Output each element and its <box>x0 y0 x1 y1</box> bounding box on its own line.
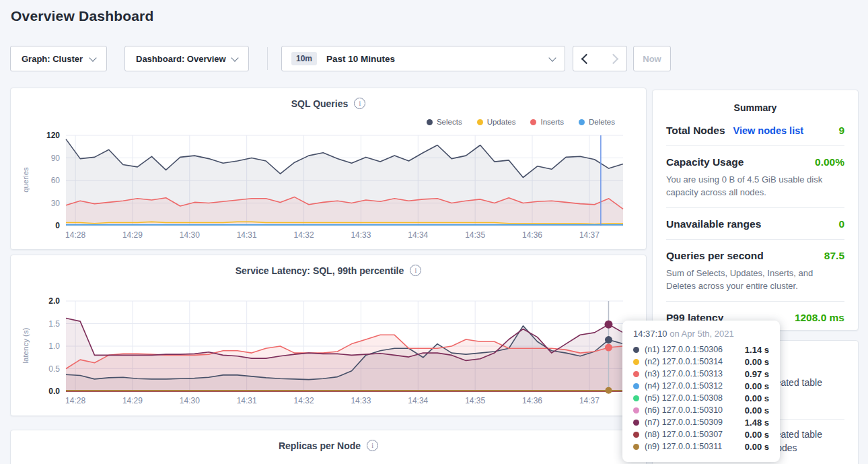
svg-text:14:36: 14:36 <box>522 396 542 405</box>
tooltip-node-label: (n7) 127.0.0.1:50309 <box>645 418 723 427</box>
view-nodes-list-link[interactable]: View nodes list <box>733 125 804 136</box>
tooltip-node-label: (n4) 127.0.0.1:50312 <box>645 381 723 391</box>
replicas-per-node-title: Replicas per Node i <box>11 440 646 451</box>
dashboard-dropdown[interactable]: Dashboard: Overview <box>124 46 249 71</box>
series-dot-icon <box>633 407 639 413</box>
tooltip-node-label: (n9) 127.0.0.1:50311 <box>645 442 722 451</box>
sql-queries-card: SQL Queries i SelectsUpdatesInsertsDelet… <box>10 88 647 250</box>
series-dot-icon <box>633 359 639 365</box>
tooltip-node-label: (n5) 127.0.0.1:50308 <box>645 393 723 403</box>
summary-stat-label: Total Nodes <box>666 125 725 137</box>
svg-text:14:32: 14:32 <box>294 396 314 405</box>
svg-text:0: 0 <box>55 221 60 230</box>
svg-text:14:35: 14:35 <box>465 396 485 405</box>
legend-item-updates[interactable]: Updates <box>477 118 516 126</box>
legend-item-selects[interactable]: Selects <box>427 118 462 126</box>
summary-stat-value: 9 <box>838 125 844 137</box>
svg-text:14:34: 14:34 <box>408 230 428 240</box>
svg-text:14:34: 14:34 <box>408 396 428 405</box>
info-icon[interactable]: i <box>354 98 365 109</box>
summary-stat-value: 1208.0 ms <box>795 312 844 324</box>
svg-text:60: 60 <box>51 176 61 185</box>
overview-dashboard-page: Overview Dashboard Graph: Cluster Dashbo… <box>0 0 868 464</box>
svg-text:14:32: 14:32 <box>294 230 314 240</box>
time-range-label: Past 10 Minutes <box>326 54 395 64</box>
time-range-badge: 10m <box>291 52 317 65</box>
tooltip-node-value: 1.14 s <box>745 345 769 355</box>
graph-dropdown-label: Graph: Cluster <box>22 54 83 64</box>
svg-text:14:37: 14:37 <box>579 396 600 405</box>
summary-stat: Capacity Usage0.00%You are using 0 B of … <box>666 146 844 208</box>
legend-dot-icon <box>477 119 483 125</box>
tooltip-row: (n7) 127.0.0.1:503091.48 s <box>633 416 769 428</box>
tooltip-node-value: 0.00 s <box>745 393 769 403</box>
toolbar-divider <box>267 47 268 70</box>
legend-label: Inserts <box>540 118 564 126</box>
chevron-left-icon <box>581 53 592 64</box>
svg-text:1.5: 1.5 <box>48 319 60 329</box>
time-next-button <box>600 46 627 71</box>
time-range-dropdown[interactable]: 10m Past 10 Minutes <box>281 46 565 71</box>
tooltip-node-value: 0.00 s <box>745 430 769 440</box>
svg-text:14:29: 14:29 <box>122 396 143 405</box>
summary-card: Summary Total NodesView nodes list9Capac… <box>652 90 859 331</box>
info-icon[interactable]: i <box>410 265 421 276</box>
summary-stat-value: 87.5 <box>824 250 844 262</box>
chevron-down-icon <box>231 54 238 61</box>
summary-stats: Total NodesView nodes list9Capacity Usag… <box>666 114 844 333</box>
service-latency-card: Service Latency: SQL, 99th percentile i … <box>10 255 647 416</box>
series-dot-icon <box>633 383 639 389</box>
summary-stat-label: Capacity Usage <box>666 156 744 168</box>
svg-text:14:37: 14:37 <box>579 230 600 240</box>
series-dot-icon <box>633 395 639 401</box>
svg-text:14:36: 14:36 <box>522 230 542 240</box>
dashboard-dropdown-label: Dashboard: Overview <box>136 54 226 64</box>
svg-text:2.0: 2.0 <box>48 297 60 306</box>
summary-stat-label: Unavailable ranges <box>666 218 761 230</box>
tooltip-row: (n8) 127.0.0.1:503070.00 s <box>633 428 769 440</box>
summary-stat: Unavailable ranges0 <box>666 208 844 240</box>
legend-item-deletes[interactable]: Deletes <box>579 118 615 126</box>
tooltip-row: (n1) 127.0.0.1:503061.14 s <box>633 343 769 356</box>
svg-text:14:33: 14:33 <box>351 396 371 405</box>
svg-text:0.5: 0.5 <box>48 364 60 374</box>
service-latency-plot[interactable]: 14:2814:2914:3014:3114:3214:3314:3414:35… <box>22 297 627 413</box>
svg-text:14:30: 14:30 <box>180 396 200 405</box>
svg-text:14:29: 14:29 <box>122 230 143 240</box>
legend-dot-icon <box>530 119 536 125</box>
svg-text:14:30: 14:30 <box>180 230 200 240</box>
series-dot-icon <box>633 444 639 450</box>
sql-queries-legend: SelectsUpdatesInsertsDeletes <box>427 118 615 126</box>
summary-heading: Summary <box>666 102 844 113</box>
tooltip-row: (n9) 127.0.0.1:503110.00 s <box>633 440 769 453</box>
tooltip-node-value: 0.00 s <box>745 442 769 452</box>
time-prev-button[interactable] <box>573 46 600 71</box>
series-dot-icon <box>633 432 639 438</box>
summary-stat-value: 0 <box>838 218 844 230</box>
summary-stat-desc: You are using 0 B of 4.5 GiB usable disk… <box>666 173 844 199</box>
info-icon[interactable]: i <box>367 440 378 451</box>
service-latency-title: Service Latency: SQL, 99th percentile i <box>11 265 646 276</box>
legend-dot-icon <box>579 119 585 125</box>
tooltip-row: (n3) 127.0.0.1:503130.97 s <box>633 368 769 380</box>
chevron-right-icon <box>608 53 618 64</box>
sql-queries-plot[interactable]: 14:2814:2914:3014:3114:3214:3314:3414:35… <box>22 131 627 247</box>
series-dot-icon <box>633 347 639 353</box>
tooltip-node-value: 0.97 s <box>745 369 769 379</box>
series-dot-icon <box>633 371 639 377</box>
svg-text:14:28: 14:28 <box>65 396 85 405</box>
tooltip-node-value: 0.00 s <box>745 357 769 367</box>
graph-dropdown[interactable]: Graph: Cluster <box>10 46 107 71</box>
svg-text:30: 30 <box>51 199 61 208</box>
chart-hover-tooltip: 14:37:10 on Apr 5th, 2021 (n1) 127.0.0.1… <box>622 321 780 462</box>
svg-text:14:31: 14:31 <box>237 230 257 240</box>
svg-text:14:31: 14:31 <box>237 396 257 405</box>
svg-text:120: 120 <box>46 131 60 140</box>
svg-text:90: 90 <box>51 154 61 163</box>
legend-dot-icon <box>427 119 433 125</box>
tooltip-node-value: 0.00 s <box>745 405 769 416</box>
tooltip-node-label: (n2) 127.0.0.1:50314 <box>645 357 723 366</box>
legend-label: Selects <box>437 118 462 126</box>
legend-item-inserts[interactable]: Inserts <box>530 118 564 126</box>
svg-text:14:28: 14:28 <box>65 230 85 240</box>
